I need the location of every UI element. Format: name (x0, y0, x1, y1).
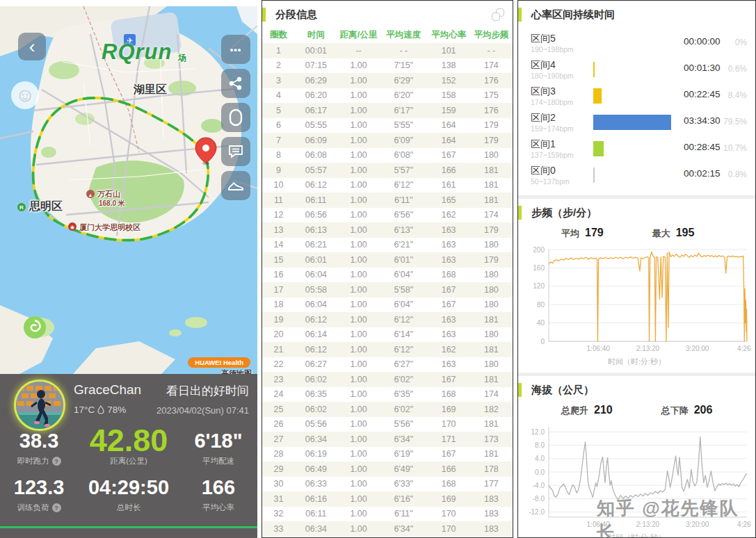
rqrun-logo: RQrun (102, 40, 172, 65)
table-row: 1506:011.006'01"163179 (262, 252, 513, 268)
table-row: 1806:041.006'04"167180 (262, 297, 513, 313)
zone-name: 区间0 (531, 165, 556, 177)
zone-name: 区间2 (531, 112, 556, 124)
elevation-descent-label: 总下降 (661, 405, 689, 416)
cadence-chart-canvas: 040801201602001:06:402:13:203:20:004:26:… (518, 244, 751, 357)
stat-距离(公里): 42.80距离(公里) (78, 424, 179, 466)
zone-time: 00:22:45 (684, 89, 721, 99)
svg-text:4:26:4: 4:26:4 (737, 345, 751, 352)
table-row: 3006:331.006'33"168177 (262, 477, 513, 492)
table-row: 2706:341.006'34"171173 (262, 432, 513, 447)
svg-text:4.0: 4.0 (535, 455, 545, 462)
track-button[interactable] (221, 103, 250, 132)
scenic-area-icon: R (17, 203, 26, 211)
copy-icon[interactable] (492, 8, 504, 21)
zone-pct: 8.4% (728, 90, 747, 100)
svg-text:-12.0: -12.0 (529, 508, 545, 516)
zone-bar (593, 115, 671, 130)
zone-bar (593, 141, 604, 156)
laps-title: 分段信息 (275, 8, 492, 22)
table-row: 2306:021.006'02"167181 (262, 372, 513, 387)
map-label-airport-suffix: 场 (178, 52, 186, 64)
cadence-max-label: 最大 (652, 228, 670, 238)
stat-平均配速: 6'18"平均配速 (179, 424, 257, 466)
temperature: 17°C (74, 405, 95, 415)
table-row: 2605:561.005'56"170181 (262, 417, 513, 432)
zone-range: 159~174bpm (531, 124, 574, 133)
poi-university: 厦门大学思明校区 (79, 222, 140, 233)
table-row: 3206:111.006'11"170183 (262, 507, 513, 522)
comment-icon (228, 145, 243, 158)
elevation-ascent-value: 210 (594, 404, 613, 416)
zone-range: 180~190bpm (531, 72, 574, 80)
table-row: 2206:271.006'27"163180 (262, 357, 513, 373)
laps-table: 圈数时间距离/公里平均速度平均心率平均步频 100:01--- -101- -2… (262, 26, 513, 537)
zone-bar (593, 62, 595, 77)
zone-name: 区间3 (531, 85, 556, 98)
weather-row: 17°C 78% (74, 405, 126, 415)
zone-range: 50~137bpm (531, 177, 570, 186)
zone-pct: 79.5% (723, 117, 747, 127)
route-map[interactable]: ▲ ◉ ✈ RQrun 场 湖里区 思明区 R 万石山 (0, 6, 257, 374)
cadence-stats: 平均179 最大195 (518, 227, 755, 240)
table-row: 207:151.007'15"138174 (262, 58, 513, 74)
zone-time: 00:00:00 (684, 36, 721, 47)
laps-table-body: 100:01--- -101- -207:151.007'15"13817430… (262, 43, 513, 537)
activity-summary-panel: ▲ ◉ ✈ RQrun 场 湖里区 思明区 R 万石山 (0, 0, 257, 538)
hr-zones-title: 心率区间持续时间 (531, 8, 747, 22)
zone-time: 00:01:30 (684, 63, 721, 73)
zone-range: 174~180bpm (531, 98, 574, 106)
cadence-avg-label: 平均 (561, 228, 579, 238)
avatar-image (16, 382, 65, 430)
stat-总时长: 04:29:50总时长 (78, 471, 179, 513)
table-row: 3106:161.006'16"169183 (262, 491, 513, 507)
table-row: 2106:121.006'12"162181 (262, 342, 513, 357)
emoji-button[interactable]: ☺ (11, 81, 39, 109)
more-icon: ••• (230, 44, 242, 55)
svg-text:▲: ▲ (88, 193, 93, 197)
section-accent-bar (262, 8, 266, 22)
section-accent-bar (518, 383, 522, 397)
svg-text:2:13:20: 2:13:20 (636, 345, 660, 352)
table-row: 706:091.006'09"164179 (262, 133, 513, 148)
back-button[interactable]: ‹ (18, 33, 46, 60)
smiley-icon: ☺ (15, 85, 35, 105)
svg-text:12.0: 12.0 (531, 428, 545, 436)
district-label-huli: 湖里区 (134, 83, 167, 97)
park-swirl-icon (24, 316, 46, 339)
zone-time: 00:28:45 (684, 142, 721, 152)
hr-zone-row: 区间5190~198bpm00:00:000% (518, 31, 755, 58)
bottom-progress-line (0, 526, 257, 528)
elevation-ascent-label: 总爬升 (561, 405, 588, 416)
help-icon[interactable]: ? (52, 503, 61, 512)
zhihu-watermark: 知乎 @花先锋队长 (597, 496, 756, 538)
shoe-button[interactable] (221, 171, 250, 200)
section-accent-bar (518, 206, 522, 220)
user-name: GraceChan (74, 382, 141, 398)
section-divider (518, 373, 755, 376)
stat-grid: 38.3即时跑力?42.80距离(公里)6'18"平均配速123.3训练负荷?0… (0, 424, 257, 513)
table-row: 1705:581.005'58"167180 (262, 282, 513, 297)
table-row: 1006:121.006'12"161181 (262, 178, 513, 193)
svg-text:3:20:00: 3:20:00 (686, 345, 709, 352)
hr-zone-row: 区间4180~190bpm00:01:300.6% (518, 58, 755, 84)
comment-button[interactable] (221, 137, 250, 166)
more-button[interactable]: ••• (221, 35, 250, 64)
zone-name: 区间4 (531, 59, 556, 72)
share-button[interactable] (221, 69, 250, 98)
svg-text:◉: ◉ (70, 225, 74, 229)
session-datetime: 2023/04/02(Sun) 07:41 (156, 405, 249, 416)
stat-训练负荷: 123.3训练负荷? (0, 471, 78, 513)
table-row: 3306:341.006'34"170183 (262, 521, 513, 537)
shoe-icon (227, 179, 244, 192)
svg-text:-8.0: -8.0 (533, 495, 545, 503)
table-row: 100:01--- -101- - (262, 43, 513, 58)
section-divider (518, 195, 755, 199)
table-row: 1906:121.006'12"163181 (262, 312, 513, 327)
help-icon[interactable]: ? (52, 457, 61, 466)
svg-text:40: 40 (537, 319, 545, 327)
table-row: 1406:211.006'21"163180 (262, 238, 513, 253)
analytics-panel: 心率区间持续时间 区间5190~198bpm00:00:000%区间4180~1… (517, 0, 756, 538)
hr-zone-row: 区间050~137bpm00:02:150.8% (518, 163, 755, 190)
avatar[interactable] (14, 380, 65, 431)
